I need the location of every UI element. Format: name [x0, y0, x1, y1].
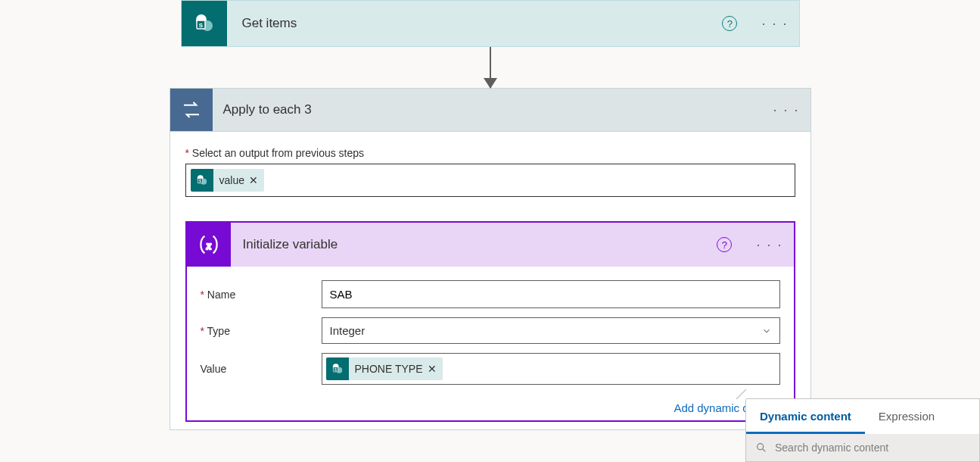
dynamic-content-search[interactable]: Search dynamic content — [746, 434, 979, 461]
help-icon[interactable]: ? — [717, 237, 732, 252]
svg-text:S: S — [198, 22, 203, 29]
type-label: * Type — [193, 325, 322, 337]
more-menu-icon[interactable]: · · · — [751, 16, 798, 32]
get-items-title: Get items — [227, 16, 723, 31]
remove-token-icon[interactable]: ✕ — [428, 363, 437, 375]
apply-to-each-title: Apply to each 3 — [213, 102, 763, 117]
tab-dynamic-content[interactable]: Dynamic content — [746, 399, 865, 434]
sharepoint-icon: S — [191, 169, 213, 192]
select-output-label: * Select an output from previous steps — [185, 147, 795, 159]
name-input[interactable] — [322, 280, 780, 308]
search-icon — [755, 442, 767, 454]
connector-arrow — [490, 47, 491, 88]
initialize-variable-header[interactable]: x Initialize variable ? · · · — [187, 223, 794, 267]
svg-text:S: S — [334, 368, 336, 372]
more-menu-icon[interactable]: · · · — [745, 237, 793, 253]
loop-icon — [170, 89, 213, 131]
variable-icon: x — [187, 223, 231, 267]
chevron-down-icon — [761, 326, 772, 336]
select-output-input[interactable]: S value ✕ — [185, 164, 795, 197]
initialize-variable-card: x Initialize variable ? · · · * Name — [185, 221, 795, 422]
svg-text:x: x — [205, 239, 211, 251]
tab-expression[interactable]: Expression — [865, 399, 948, 434]
add-dynamic-content-link[interactable]: Add dynamic content — [187, 401, 794, 420]
svg-point-13 — [758, 444, 764, 450]
token-phone-type: S PHONE TYPE ✕ — [326, 357, 443, 380]
value-label: Value — [193, 363, 322, 375]
svg-text:S: S — [198, 179, 201, 183]
help-icon[interactable]: ? — [722, 16, 737, 31]
dynamic-content-panel: Dynamic content Expression Search dynami… — [745, 398, 980, 462]
token-value: S value ✕ — [191, 169, 264, 192]
sharepoint-icon: S — [326, 357, 349, 380]
type-select[interactable]: Integer — [322, 317, 780, 344]
value-input[interactable]: S PHONE TYPE ✕ — [322, 353, 780, 385]
get-items-card[interactable]: S Get items ? · · · — [181, 0, 800, 47]
name-label: * Name — [193, 289, 322, 301]
remove-token-icon[interactable]: ✕ — [249, 174, 258, 186]
apply-to-each-header[interactable]: Apply to each 3 · · · — [170, 89, 810, 132]
sharepoint-icon: S — [182, 1, 227, 46]
apply-to-each-card: Apply to each 3 · · · * Select an output… — [170, 88, 811, 430]
more-menu-icon[interactable]: · · · — [762, 102, 810, 118]
initialize-variable-title: Initialize variable — [231, 237, 717, 252]
